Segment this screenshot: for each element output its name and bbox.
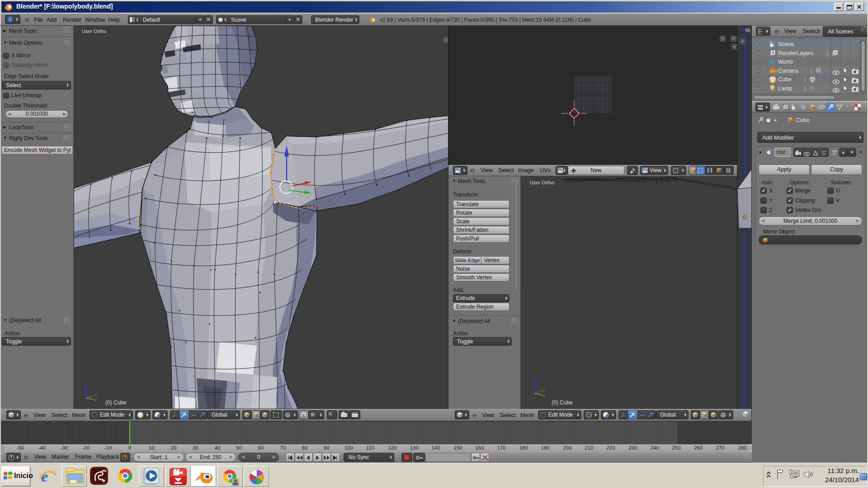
svg-text:z: z (85, 383, 86, 387)
svg-text:y: y (543, 393, 545, 397)
svg-text:x: x (543, 388, 545, 393)
svg-text:e: e (41, 468, 48, 485)
svg-text:x: x (94, 393, 97, 397)
svg-text:z: z (533, 379, 535, 383)
svg-text:y: y (94, 398, 97, 401)
